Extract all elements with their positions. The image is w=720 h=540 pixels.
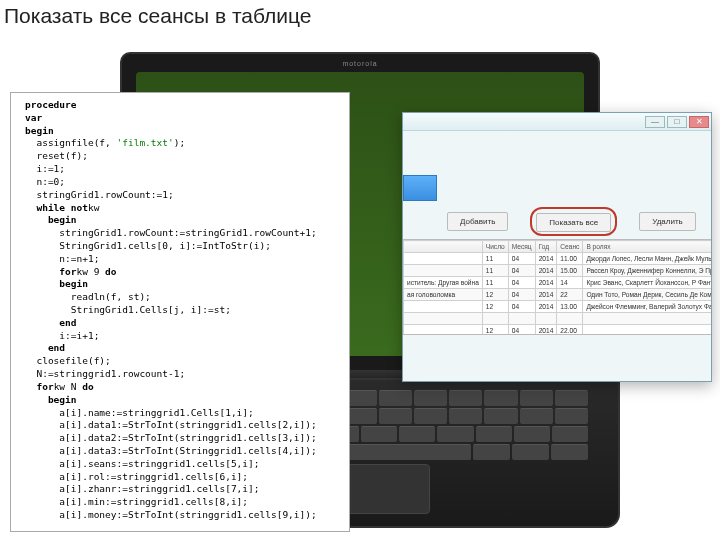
delete-button[interactable]: Удалить — [639, 212, 696, 231]
grid-cell[interactable] — [508, 313, 535, 325]
code-content: procedure var begin assignfile(f, 'film.… — [25, 99, 341, 532]
grid-cell[interactable]: 11 — [482, 277, 508, 289]
column-header[interactable]: В ролях — [583, 241, 711, 253]
grid-cell[interactable]: 12 — [482, 301, 508, 313]
grid-cell[interactable] — [404, 325, 483, 336]
grid-cell[interactable]: иститель: Другая война — [404, 277, 483, 289]
column-header[interactable]: Число — [482, 241, 508, 253]
grid-cell[interactable]: 04 — [508, 325, 535, 336]
grid-cell[interactable]: 15.00 — [557, 265, 583, 277]
grid-cell[interactable]: 04 — [508, 277, 535, 289]
close-button[interactable]: ✕ — [689, 116, 709, 128]
grid-cell[interactable]: Джейсон Флемминг, Валерий Золотух Фантас… — [583, 301, 711, 313]
column-header[interactable]: Год — [535, 241, 557, 253]
grid-cell[interactable] — [482, 313, 508, 325]
grid-cell[interactable] — [535, 313, 557, 325]
grid-cell[interactable] — [404, 313, 483, 325]
grid-cell[interactable]: 12 — [482, 289, 508, 301]
grid-cell[interactable] — [583, 313, 711, 325]
show-all-highlight: Показать все — [530, 207, 617, 236]
grid-cell[interactable] — [404, 253, 483, 265]
grid-cell[interactable] — [404, 301, 483, 313]
grid-cell[interactable]: 22 — [557, 289, 583, 301]
window-titlebar: — □ ✕ — [403, 113, 711, 131]
page-title: Показать все сеансы в таблице — [4, 4, 312, 28]
grid-cell[interactable]: 11 — [482, 265, 508, 277]
app-window: — □ ✕ Добавить Показать все Удалить Числ… — [402, 112, 712, 382]
grid-cell[interactable]: Рассел Кроу, Дженнифер Коннелли, Э Прикл… — [583, 265, 711, 277]
grid-cell[interactable]: 11 — [482, 253, 508, 265]
grid-cell[interactable]: 04 — [508, 289, 535, 301]
side-selection[interactable] — [403, 175, 437, 201]
grid-cell[interactable]: 04 — [508, 253, 535, 265]
grid-cell[interactable]: 2014 — [535, 265, 557, 277]
grid-cell[interactable]: 04 — [508, 265, 535, 277]
grid-cell[interactable]: 2014 — [535, 253, 557, 265]
grid-cell[interactable]: 22.00 — [557, 325, 583, 336]
grid-cell[interactable]: 2014 — [535, 301, 557, 313]
grid-cell[interactable] — [583, 325, 711, 336]
maximize-button[interactable]: □ — [667, 116, 687, 128]
grid-cell[interactable] — [404, 265, 483, 277]
grid-cell[interactable]: ая головоломка — [404, 289, 483, 301]
code-editor[interactable]: procedure var begin assignfile(f, 'film.… — [10, 92, 350, 532]
grid-cell[interactable]: 13.00 — [557, 301, 583, 313]
grid-cell[interactable]: Джорди Лопес, Лесли Манн, Джейк Мультфил… — [583, 253, 711, 265]
show-all-button[interactable]: Показать все — [536, 213, 611, 232]
grid-cell[interactable] — [557, 313, 583, 325]
column-header[interactable]: Месяц — [508, 241, 535, 253]
button-row: Добавить Показать все Удалить — [447, 207, 696, 236]
grid-table: ЧислоМесяцГодСеансВ роляхЖанрМинЦена1104… — [403, 240, 711, 335]
grid-cell[interactable]: 12 — [482, 325, 508, 336]
app-body: Добавить Показать все Удалить ЧислоМесяц… — [403, 131, 711, 381]
add-button[interactable]: Добавить — [447, 212, 508, 231]
grid-cell[interactable]: 2014 — [535, 325, 557, 336]
grid-cell[interactable]: 2014 — [535, 277, 557, 289]
laptop-brand: motorola — [342, 60, 377, 67]
minimize-button[interactable]: — — [645, 116, 665, 128]
column-header[interactable] — [404, 241, 483, 253]
grid-cell[interactable]: 14 — [557, 277, 583, 289]
data-grid[interactable]: ЧислоМесяцГодСеансВ роляхЖанрМинЦена1104… — [403, 239, 711, 335]
grid-cell[interactable]: Один Тото, Роман Дерик, Сесиль Де Комеди… — [583, 289, 711, 301]
grid-cell[interactable]: 2014 — [535, 289, 557, 301]
column-header[interactable]: Сеанс — [557, 241, 583, 253]
grid-cell[interactable]: 11.00 — [557, 253, 583, 265]
grid-cell[interactable]: 04 — [508, 301, 535, 313]
grid-cell[interactable]: Крис Эванс, Скарлетт Йоханссон, Р Фантас… — [583, 277, 711, 289]
